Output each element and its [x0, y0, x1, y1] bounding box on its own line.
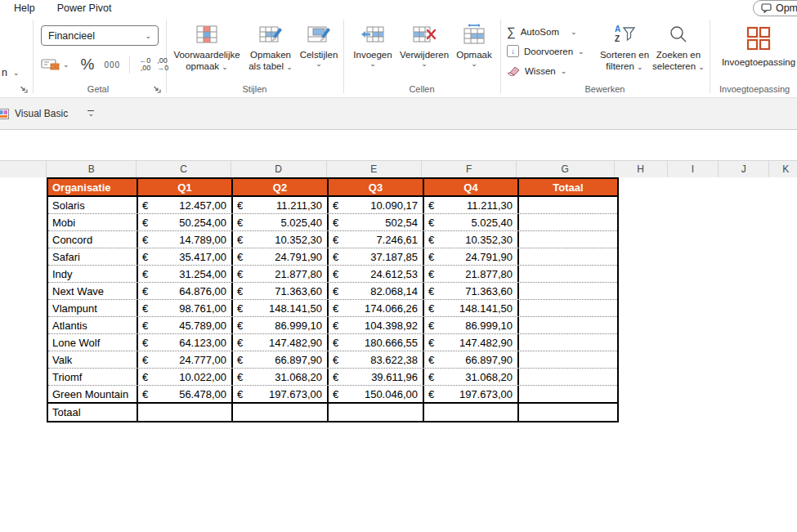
table-header-totaal[interactable]: Totaal — [519, 179, 617, 195]
clear-button[interactable]: Wissen ⌄ — [507, 65, 566, 76]
cell-q2[interactable]: €31.068,20 — [233, 369, 329, 385]
cell-organisatie[interactable]: Green Mountain — [48, 386, 138, 402]
cell-q2[interactable]: €86.999,10 — [233, 317, 329, 333]
cell-totaal[interactable] — [519, 214, 617, 230]
cell-q2[interactable]: €71.363,60 — [233, 283, 329, 299]
footer-cell[interactable] — [519, 404, 617, 421]
cell-q3[interactable]: €7.246,61 — [329, 231, 424, 248]
footer-cell[interactable] — [424, 404, 519, 421]
cell-q2[interactable]: €11.211,30 — [233, 197, 329, 213]
cell-q2[interactable]: €24.791,90 — [233, 248, 329, 265]
cell-q1[interactable]: €10.022,00 — [138, 369, 233, 385]
cell-organisatie[interactable]: Indy — [48, 266, 138, 282]
comma-style-button[interactable]: 000 — [104, 60, 120, 69]
cell-q1[interactable]: €12.457,00 — [138, 197, 233, 213]
cell-totaal[interactable] — [519, 283, 617, 299]
cell-organisatie[interactable]: Lone Wolf — [48, 334, 138, 351]
cell-totaal[interactable] — [519, 351, 617, 368]
cell-q1[interactable]: €50.254,00 — [138, 214, 233, 230]
cell-q3[interactable]: €502,54 — [329, 214, 424, 230]
find-select-button[interactable]: Zoeken en selecteren ⌄ — [651, 22, 706, 72]
cell-q2[interactable]: €148.141,50 — [233, 300, 329, 316]
cell-q4[interactable]: €197.673,00 — [424, 386, 519, 402]
sort-filter-button[interactable]: A Z Sorteren en filteren ⌄ — [599, 22, 650, 72]
cell-totaal[interactable] — [519, 334, 617, 351]
cell-q1[interactable]: €45.789,00 — [138, 317, 233, 333]
cell-q1[interactable]: €56.478,00 — [138, 386, 233, 402]
cell-q3[interactable]: €83.622,38 — [329, 351, 424, 368]
footer-cell[interactable] — [233, 404, 329, 421]
decrease-decimal-button[interactable]: ,00 →0 — [157, 57, 168, 72]
comments-button[interactable]: Opm — [753, 0, 797, 16]
alignment-dialog-launcher-icon[interactable] — [20, 85, 28, 93]
cell-organisatie[interactable]: Atlantis — [48, 317, 138, 333]
cell-organisatie[interactable]: Solaris — [48, 197, 138, 213]
cell-q4[interactable]: €21.877,80 — [424, 266, 519, 282]
cell-q4[interactable]: €24.791,90 — [424, 248, 519, 265]
cell-totaal[interactable] — [519, 386, 617, 402]
percent-style-button[interactable]: % — [81, 56, 95, 74]
cell-q3[interactable]: €10.090,17 — [329, 197, 424, 213]
header-corner-cell[interactable] — [0, 161, 47, 177]
cell-q4[interactable]: €148.141,50 — [424, 300, 519, 316]
column-header-C[interactable]: C — [137, 161, 231, 177]
table-header-q1[interactable]: Q1 — [138, 179, 233, 195]
cell-organisatie[interactable]: Vlampunt — [48, 300, 138, 316]
cell-q3[interactable]: €180.666,55 — [329, 334, 424, 351]
cell-q4[interactable]: €5.025,40 — [424, 214, 519, 230]
delete-cells-button[interactable]: Verwijderen ⌄ — [399, 22, 450, 67]
cell-q3[interactable]: €82.068,14 — [329, 283, 424, 299]
cell-q4[interactable]: €147.482,90 — [424, 334, 519, 351]
cell-organisatie[interactable]: Valk — [48, 351, 138, 368]
cell-q4[interactable]: €31.068,20 — [424, 369, 519, 385]
cell-q1[interactable]: €24.777,00 — [138, 351, 233, 368]
footer-label-cell[interactable]: Totaal — [48, 404, 138, 421]
cell-totaal[interactable] — [519, 231, 617, 248]
cell-q1[interactable]: €35.417,00 — [138, 248, 233, 265]
footer-cell[interactable] — [138, 404, 233, 421]
conditional-formatting-button[interactable]: Voorwaardelijke opmaak ⌄ — [168, 22, 245, 72]
cell-q4[interactable]: €10.352,30 — [424, 231, 519, 248]
cell-totaal[interactable] — [519, 369, 617, 385]
column-header-K[interactable]: K — [769, 161, 797, 177]
cell-q1[interactable]: €14.789,00 — [138, 231, 233, 248]
table-header-q4[interactable]: Q4 — [424, 179, 519, 195]
cell-q2[interactable]: €21.877,80 — [233, 266, 329, 282]
increase-decimal-button[interactable]: ←0 ,00 — [139, 57, 150, 72]
accounting-format-button[interactable]: ⌄ — [41, 57, 69, 72]
cell-q1[interactable]: €31.254,00 — [138, 266, 233, 282]
cell-q3[interactable]: €150.046,00 — [329, 386, 424, 402]
column-header-H[interactable]: H — [615, 161, 668, 177]
cell-totaal[interactable] — [519, 248, 617, 265]
cell-q1[interactable]: €64.876,00 — [138, 283, 233, 299]
table-header-q3[interactable]: Q3 — [329, 179, 424, 195]
visual-basic-button[interactable]: Visual Basic — [15, 108, 68, 119]
cell-organisatie[interactable]: Safari — [48, 248, 138, 265]
cell-q2[interactable]: €66.897,90 — [233, 351, 329, 368]
merge-control-truncated[interactable]: n ⌄ — [2, 67, 20, 78]
cell-totaal[interactable] — [519, 317, 617, 333]
number-format-dropdown[interactable]: Financieel ⌄ — [41, 25, 159, 46]
footer-cell[interactable] — [329, 404, 424, 421]
cell-q2[interactable]: €197.673,00 — [233, 386, 329, 402]
cell-q1[interactable]: €98.761,00 — [138, 300, 233, 316]
cell-q3[interactable]: €37.187,85 — [329, 248, 424, 265]
column-header-E[interactable]: E — [327, 161, 423, 177]
cell-styles-button[interactable]: Celstijlen ⌄ — [296, 22, 342, 67]
cell-q3[interactable]: €104.398,92 — [329, 317, 424, 333]
table-header-q2[interactable]: Q2 — [233, 179, 329, 195]
cell-q4[interactable]: €86.999,10 — [424, 317, 519, 333]
cell-q3[interactable]: €24.612,53 — [329, 266, 424, 282]
cell-organisatie[interactable]: Triomf — [48, 369, 138, 385]
cell-q3[interactable]: €39.611,96 — [329, 369, 424, 385]
cell-organisatie[interactable]: Next Wave — [48, 283, 138, 299]
cell-q4[interactable]: €66.897,90 — [424, 351, 519, 368]
column-header-B[interactable]: B — [47, 161, 137, 177]
cell-q1[interactable]: €64.123,00 — [138, 334, 233, 351]
cell-totaal[interactable] — [519, 197, 617, 213]
cell-q4[interactable]: €11.211,30 — [424, 197, 519, 213]
column-header-D[interactable]: D — [231, 161, 327, 177]
toolbar-collapse-icon[interactable]: ⌄ — [87, 110, 94, 117]
fill-button[interactable]: ↓ Doorvoeren ⌄ — [507, 45, 584, 57]
cell-totaal[interactable] — [519, 300, 617, 316]
